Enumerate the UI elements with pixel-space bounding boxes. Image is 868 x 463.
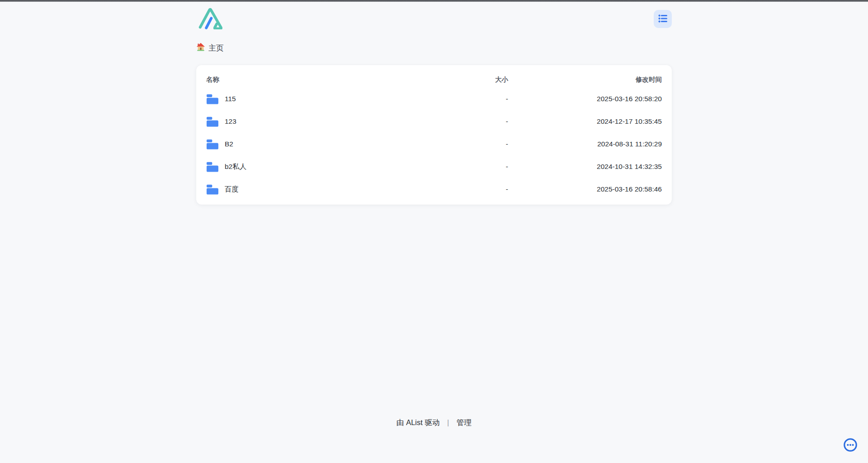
- file-size: -: [454, 117, 508, 126]
- file-modified: 2025-03-16 20:58:20: [508, 95, 662, 103]
- file-modified: 2024-12-17 10:35:45: [508, 117, 662, 126]
- alist-page: 主页 名称 大小 修改时间 115 - 2025-03-16 20:58:20: [0, 2, 868, 463]
- file-size: -: [454, 140, 508, 148]
- home-icon: [196, 42, 205, 54]
- file-list-card: 名称 大小 修改时间 115 - 2025-03-16 20:58:20: [196, 65, 672, 205]
- file-name: 123: [225, 117, 236, 126]
- more-menu-button[interactable]: [843, 438, 858, 453]
- admin-link[interactable]: 管理: [457, 418, 472, 426]
- breadcrumb-home[interactable]: 主页: [196, 42, 224, 54]
- table-row[interactable]: b2私人 - 2024-10-31 14:32:35: [206, 155, 662, 178]
- alist-logo[interactable]: [196, 7, 224, 31]
- table-row[interactable]: 115 - 2025-03-16 20:58:20: [206, 88, 662, 110]
- table-row[interactable]: 百度 - 2025-03-16 20:58:46: [206, 178, 662, 201]
- folder-icon: [206, 162, 219, 172]
- alist-logo-icon: [196, 7, 224, 31]
- file-modified: 2024-10-31 14:32:35: [508, 163, 662, 171]
- layout-toggle-button[interactable]: [654, 10, 672, 28]
- file-modified: 2025-03-16 20:58:46: [508, 185, 662, 193]
- column-header-size: 大小: [454, 75, 508, 84]
- folder-icon: [206, 117, 219, 127]
- file-size: -: [454, 95, 508, 103]
- folder-icon: [206, 139, 219, 150]
- list-view-icon: [658, 14, 668, 25]
- file-modified: 2024-08-31 11:20:29: [508, 140, 662, 148]
- powered-by-link[interactable]: 由 AList 驱动: [396, 418, 439, 426]
- file-list: 115 - 2025-03-16 20:58:20 123 - 2024-12-…: [206, 88, 662, 201]
- folder-icon: [206, 94, 219, 104]
- column-header-name: 名称: [206, 75, 454, 84]
- ellipsis-circle-icon: [843, 438, 858, 454]
- file-name: 115: [225, 95, 236, 103]
- folder-icon: [206, 184, 219, 195]
- file-name: B2: [225, 140, 233, 148]
- table-row[interactable]: B2 - 2024-08-31 11:20:29: [206, 133, 662, 155]
- file-name: b2私人: [225, 162, 246, 172]
- site-header: [196, 2, 672, 31]
- file-list-header: 名称 大小 修改时间: [206, 71, 662, 88]
- file-size: -: [454, 185, 508, 193]
- file-name: 百度: [225, 185, 239, 194]
- table-row[interactable]: 123 - 2024-12-17 10:35:45: [206, 110, 662, 133]
- breadcrumb-home-label: 主页: [208, 43, 224, 53]
- footer-separator: |: [447, 418, 449, 426]
- site-footer: 由 AList 驱动 | 管理: [0, 418, 868, 463]
- column-header-modified: 修改时间: [508, 75, 662, 84]
- file-size: -: [454, 163, 508, 171]
- breadcrumb: 主页: [196, 42, 672, 54]
